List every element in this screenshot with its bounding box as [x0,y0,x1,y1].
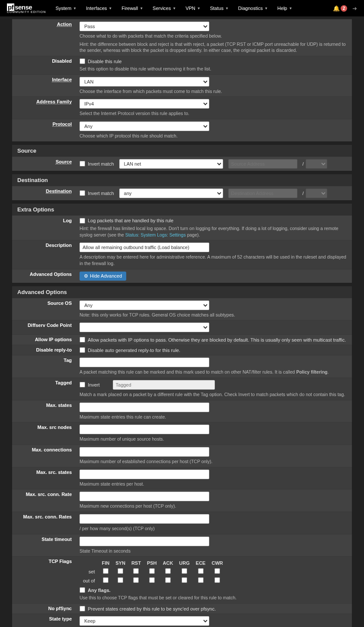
state-type-label: State type [12,614,76,627]
tagged-label: Tagged [12,378,76,400]
nav-vpn[interactable]: VPN▼ [181,2,205,14]
nav-services[interactable]: Services▼ [148,2,180,14]
source-os-select[interactable]: Any [80,301,209,310]
extra-heading: Extra Options [12,204,352,215]
state-type-select[interactable]: Keep [80,616,209,626]
tcp-set-syn[interactable] [118,568,123,574]
syslog-link[interactable]: Status: System Logs: Settings [125,232,186,237]
nav-status[interactable]: Status▼ [206,2,233,14]
source-label: Source [12,157,76,171]
address-family-select[interactable]: IPv4 [80,99,209,109]
nav-interfaces[interactable]: Interfaces▼ [82,2,116,14]
tcp-set-rst[interactable] [133,568,139,574]
tcp-set-ece[interactable] [198,568,204,574]
logo-subtitle: COMMUNITY EDITION [7,10,46,13]
tcp-col-ece: ECE [193,560,208,566]
tcp-col-syn: SYN [113,560,128,566]
tcp-set-urg[interactable] [182,568,187,574]
tcp-row-set: set [80,567,99,576]
disabled-help: Set this option to disable this rule wit… [80,66,348,72]
logo-sense: sense [15,3,32,11]
tcp-outof-ack[interactable] [165,577,171,583]
tagged-invert-checkbox[interactable] [80,382,85,387]
tcp-set-ack[interactable] [165,568,171,574]
max-src-states-input[interactable] [80,470,209,479]
destination-heading: Destination [12,174,352,186]
max-connections-input[interactable] [80,447,209,457]
no-pfsync-checkbox[interactable] [80,606,85,611]
max-src-nodes-label: Max. src nodes [12,422,76,445]
disabled-checkbox[interactable] [80,58,85,64]
tcp-col-urg: URG [176,560,192,566]
source-slash: / [303,161,304,166]
reply-to-checkbox[interactable] [80,347,85,353]
source-net-select[interactable]: LAN net [119,159,223,169]
description-input[interactable] [80,243,209,252]
advanced-heading: Advanced Options [12,286,352,298]
tag-label: Tag [12,355,76,377]
tcp-any-label: Any flags. [88,588,111,593]
source-heading: Source [12,145,352,157]
nav-items: System▼ Interfaces▼ Firewall▼ Services▼ … [51,2,297,14]
tag-help: A packet matching this rule can be marke… [80,369,348,375]
source-mask-select [306,159,327,169]
protocol-label: Protocol [12,119,76,141]
max-states-input[interactable] [80,403,209,412]
tcp-outof-psh[interactable] [149,577,155,583]
dest-invert-label: Invert match [88,191,114,196]
allow-ip-checkbox[interactable] [80,337,85,342]
dest-net-select[interactable]: any [119,189,223,198]
dest-invert-checkbox[interactable] [80,190,85,196]
tcp-outof-rst[interactable] [133,577,139,583]
nav-diagnostics[interactable]: Diagnostics▼ [234,2,272,14]
max-src-nodes-input[interactable] [80,425,209,434]
tcp-set-fin[interactable] [103,568,109,574]
disabled-label: Disabled [12,56,76,74]
nav-help[interactable]: Help▼ [273,2,297,14]
dest-slash: / [303,191,304,196]
tcp-col-cwr: CWR [209,560,225,566]
tag-input[interactable] [80,358,209,367]
hide-advanced-button[interactable]: ⚙Hide Advanced [80,272,126,281]
max-src-rates-label: Max. src. conn. Rates [12,512,76,534]
state-timeout-input[interactable] [80,537,209,546]
nav-firewall[interactable]: Firewall▼ [117,2,147,14]
action-help1: Choose what to do with packets that matc… [80,33,348,39]
no-pfsync-chk-label: Prevent states created by this rule to b… [88,606,216,611]
logout-icon[interactable]: ➜ [352,5,357,12]
max-src-rate-input[interactable] [80,492,209,501]
max-src-rate-label: Max. src. conn. Rate [12,489,76,512]
source-address-input [228,159,297,169]
disabled-chk-label: Disable this rule [88,59,121,64]
max-src-states-help: Maximum state entries per host. [80,481,348,487]
tcp-outof-ece[interactable] [198,577,204,583]
address-family-label: Address Family [12,97,76,119]
address-family-help: Select the Internet Protocol version thi… [80,110,348,117]
action-select[interactable]: Pass [80,22,209,31]
log-help: Hint: the firewall has limited local log… [80,225,348,238]
interface-label: Interface [12,75,76,97]
max-src-rates-input[interactable] [80,514,209,524]
source-invert-checkbox[interactable] [80,161,85,166]
diffserv-select[interactable] [80,323,209,332]
tcp-set-psh[interactable] [149,568,155,574]
tcp-outof-cwr[interactable] [214,577,220,583]
log-checkbox[interactable] [80,218,85,224]
nav-system[interactable]: System▼ [51,2,81,14]
notifications-button[interactable]: 🔔 2 [333,5,347,12]
tcp-any-checkbox[interactable] [80,587,85,593]
diffserv-label: Diffserv Code Point [12,320,76,334]
tagged-input[interactable] [113,380,215,390]
tcp-outof-fin[interactable] [103,577,109,583]
tcp-outof-urg[interactable] [182,577,187,583]
tcp-outof-syn[interactable] [118,577,123,583]
protocol-help: Choose which IP protocol this rule shoul… [80,133,348,139]
tcp-set-cwr[interactable] [214,568,220,574]
tcp-flags-table: FIN SYN RST PSH ACK URG ECE CWR set [80,559,227,585]
max-src-rate-help: Maximum new connections per host (TCP on… [80,503,348,509]
interface-select[interactable]: LAN [80,77,209,86]
source-os-label: Source OS [12,298,76,320]
tcp-flags-help: Use this to choose TCP flags that must b… [80,595,348,601]
reply-to-chk-label: Disable auto generated reply-to for this… [88,348,180,353]
protocol-select[interactable]: Any [80,122,209,131]
